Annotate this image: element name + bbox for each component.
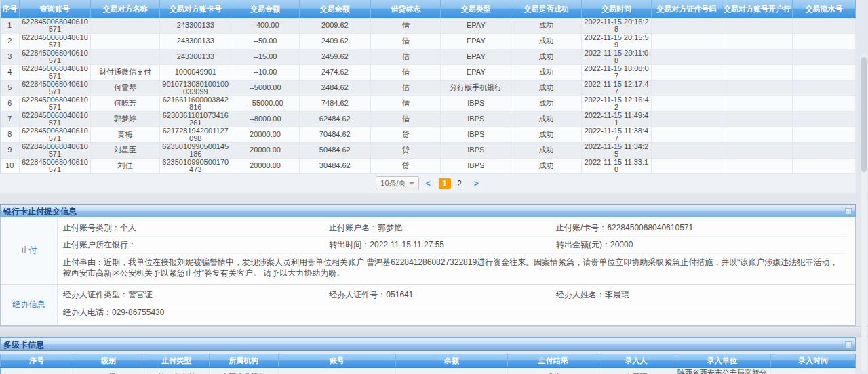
stop-account-name-field: 止付账户名：郭梦艳 (329, 222, 556, 234)
balance-cell: 2409.62 (299, 33, 370, 49)
counterparty-name-cell (91, 33, 160, 49)
counterparty-card-cell: 6217281942001127098 (160, 127, 231, 142)
column-header-balance: 交易余额 (299, 0, 370, 18)
transactions-table: 序号查询账号交易对方名称交易对方账卡号交易金额交易余额借贷标志交易类型交易是否成… (0, 0, 856, 174)
counterparty-card-cell: 243300133 (160, 18, 231, 33)
serial-no-cell (793, 158, 856, 173)
counterparty-card-cell: 6235010990500145186 (160, 142, 231, 158)
debit-credit-flag-cell: 贷 (370, 142, 440, 158)
debit-credit-flag-cell: 借 (370, 64, 440, 80)
stop-pay-group-content: 止付账号类别：个人止付账户名：郭梦艳止付账/卡号：622845006804061… (58, 217, 855, 284)
success-cell: 成功 (511, 158, 581, 173)
success-cell: 成功 (511, 96, 581, 111)
counterparty-bank-cell (722, 80, 793, 96)
multilevel-header-row: 序号级别止付类型所属机构账号余额止付结果录入人录入单位录入时间 (1, 354, 856, 367)
counterparty-bank-cell (722, 158, 793, 173)
transaction-row: 56228450068040610571何雪琴90107130801001000… (1, 80, 856, 96)
stop-pay-group-label: 止付 (1, 217, 58, 284)
row-no-cell: 8 (1, 127, 20, 142)
transaction-row: 106228450068040610571刘佳62350109905001704… (1, 158, 856, 173)
counterparty-cert-cell (652, 158, 722, 173)
counterparty-name-cell: 财付通微信支付 (91, 64, 160, 80)
page-button-1[interactable]: 1 (439, 178, 451, 189)
page-size-select[interactable]: 10条/页 (376, 176, 418, 190)
column-header-counterparty-bank: 交易对方账号开户行 (722, 0, 793, 18)
counterparty-name-cell: 黄梅 (91, 127, 160, 142)
counterparty-cert-cell (652, 111, 722, 127)
column-header-counterparty-name: 交易对方名称 (91, 0, 160, 18)
handler-name-field: 经办人姓名：李晨琨 (556, 289, 846, 301)
amount-cell: --8000.00 (231, 111, 299, 127)
field-row: 止付账户所在银行：转出时间：2022-11-15 11:27:55转出金额(元)… (63, 237, 846, 254)
collapse-icon[interactable] (845, 208, 852, 215)
debit-credit-flag-cell: 贷 (370, 127, 440, 142)
transaction-time-cell: 2022-11-15 18:08:07 (581, 64, 651, 80)
success-cell: 成功 (511, 49, 581, 64)
balance-cell: 30484.62 (299, 158, 370, 173)
scrollbar-thumb[interactable] (861, 57, 867, 172)
column-header-balance: 余额 (395, 354, 507, 367)
column-header-counterparty-cert: 交易对方证件号码 (652, 0, 722, 18)
stop-payment-section: 银行卡止付提交信息 止付止付账号类别：个人止付账户名：郭梦艳止付账/卡号：622… (0, 204, 856, 326)
row-no-cell: 7 (1, 111, 20, 127)
transaction-time-cell: 2022-11-15 12:17:47 (581, 80, 651, 96)
counterparty-cert-cell (652, 18, 722, 33)
success-cell: 成功 (511, 127, 581, 142)
handler-info-group: 经办信息经办人证件类型：警官证经办人证件号：051641经办人姓名：李晨琨经办人… (1, 284, 855, 325)
debit-credit-flag-cell: 借 (370, 49, 440, 64)
column-header-transaction-time: 交易时间 (581, 0, 651, 18)
success-cell: 成功 (511, 64, 581, 80)
row-no-cell: 1 (1, 18, 20, 33)
transaction-time-cell: 2022-11-15 20:16:28 (581, 18, 651, 33)
page-button-2[interactable]: 2 (454, 178, 466, 189)
chevron-down-icon (409, 182, 414, 188)
transaction-row: 96228450068040610571刘星臣62350109905001451… (1, 142, 856, 158)
transaction-type-cell: EPAY (441, 18, 511, 33)
transaction-time-cell: 2022-11-15 11:34:25 (581, 142, 651, 158)
counterparty-bank-cell (722, 96, 793, 111)
field-row: 止付账号类别：个人止付账户名：郭梦艳止付账/卡号：622845006804061… (63, 220, 846, 237)
query-account-cell: 6228450068040610571 (19, 64, 90, 80)
query-account-cell: 6228450068040610571 (19, 18, 90, 33)
balance-cell (395, 367, 507, 374)
transactions-table-wrap: 序号查询账号交易对方名称交易对方账卡号交易金额交易余额借贷标志交易类型交易是否成… (0, 0, 856, 174)
vertical-scrollbar[interactable] (861, 54, 867, 371)
handler-cert-no-field: 经办人证件号：051641 (329, 289, 556, 301)
field-row: 经办人证件类型：警官证经办人证件号：051641经办人姓名：李晨琨 (63, 287, 846, 304)
amount-cell: --10.00 (231, 64, 299, 80)
counterparty-name-cell: 何晓芳 (91, 96, 160, 111)
collapse-icon[interactable] (845, 341, 852, 348)
transaction-time-cell: 2022-11-15 20:11:08 (581, 49, 651, 64)
counterparty-bank-cell (722, 18, 793, 33)
institution-cell: 中国农业银行 (209, 367, 278, 374)
row-no-cell: 1 (1, 367, 73, 374)
counterparty-name-cell (91, 18, 160, 33)
serial-no-cell (793, 80, 856, 96)
serial-no-cell (793, 127, 856, 142)
amount-cell: --5000.00 (231, 80, 299, 96)
next-page-button[interactable]: > (473, 179, 480, 188)
serial-no-cell (793, 64, 856, 80)
debit-credit-flag-cell: 借 (370, 80, 440, 96)
transactions-header-row: 序号查询账号交易对方名称交易对方账卡号交易金额交易余额借贷标志交易类型交易是否成… (1, 0, 856, 18)
row-no-cell: 9 (1, 142, 20, 158)
level-cell: 一级 (73, 367, 144, 374)
transaction-row: 86228450068040610571黄梅621728194200112709… (1, 127, 856, 142)
serial-no-cell (793, 96, 856, 111)
column-header-row-no: 序号 (1, 0, 20, 18)
query-account-cell: 6228450068040610571 (19, 158, 90, 173)
transaction-row: 36228450068040610571243300133--15.002459… (1, 49, 856, 64)
counterparty-name-cell: 何雪琴 (91, 80, 160, 96)
query-account-cell: 6228450068040610571 (19, 127, 90, 142)
section-divider-strip (0, 326, 868, 337)
column-header-account-no: 账号 (278, 354, 395, 367)
multilevel-section-title: 多级卡信息 (3, 340, 44, 350)
prev-page-button[interactable]: < (425, 179, 432, 188)
counterparty-name-cell: 刘星臣 (91, 142, 160, 158)
success-cell: 成功 (511, 142, 581, 158)
query-account-cell: 6228450068040610571 (19, 142, 90, 158)
transfer-time-field: 转出时间：2022-11-15 11:27:55 (329, 239, 556, 251)
column-header-stop-result: 止付结果 (507, 354, 599, 367)
row-no-cell: 10 (1, 158, 20, 173)
stop-type-cell: 第三方止付 (144, 367, 209, 374)
